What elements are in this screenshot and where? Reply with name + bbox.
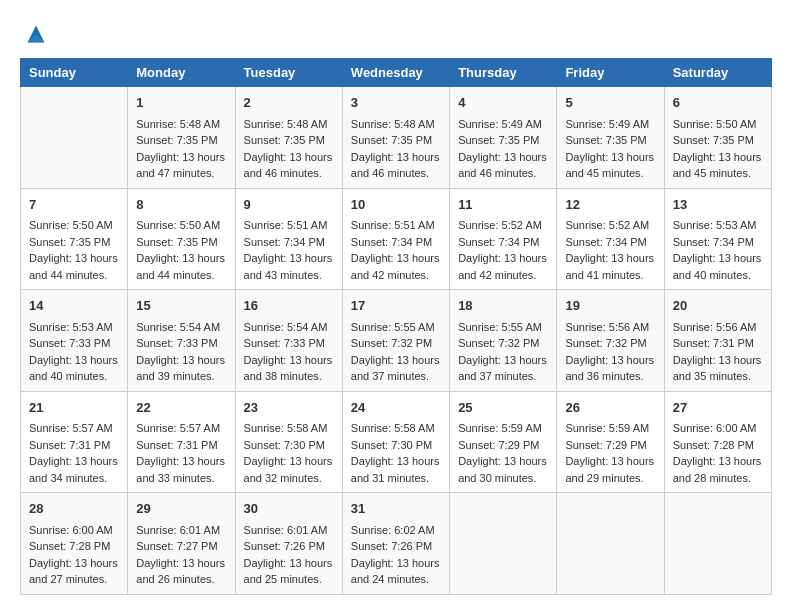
week-row-3: 14Sunrise: 5:53 AM Sunset: 7:33 PM Dayli…	[21, 290, 772, 392]
day-number: 8	[136, 195, 226, 215]
cell-content: Sunrise: 5:52 AM Sunset: 7:34 PM Dayligh…	[565, 217, 655, 283]
day-number: 27	[673, 398, 763, 418]
day-number: 26	[565, 398, 655, 418]
day-number: 15	[136, 296, 226, 316]
calendar-cell: 9Sunrise: 5:51 AM Sunset: 7:34 PM Daylig…	[235, 188, 342, 290]
cell-content: Sunrise: 5:55 AM Sunset: 7:32 PM Dayligh…	[351, 319, 441, 385]
cell-content: Sunrise: 5:48 AM Sunset: 7:35 PM Dayligh…	[136, 116, 226, 182]
cell-content: Sunrise: 6:02 AM Sunset: 7:26 PM Dayligh…	[351, 522, 441, 588]
calendar-cell: 5Sunrise: 5:49 AM Sunset: 7:35 PM Daylig…	[557, 87, 664, 189]
calendar-cell: 1Sunrise: 5:48 AM Sunset: 7:35 PM Daylig…	[128, 87, 235, 189]
cell-content: Sunrise: 5:57 AM Sunset: 7:31 PM Dayligh…	[136, 420, 226, 486]
calendar-cell: 13Sunrise: 5:53 AM Sunset: 7:34 PM Dayli…	[664, 188, 771, 290]
cell-content: Sunrise: 5:59 AM Sunset: 7:29 PM Dayligh…	[565, 420, 655, 486]
logo	[20, 20, 50, 48]
day-number: 24	[351, 398, 441, 418]
cell-content: Sunrise: 5:50 AM Sunset: 7:35 PM Dayligh…	[29, 217, 119, 283]
day-number: 16	[244, 296, 334, 316]
day-number: 6	[673, 93, 763, 113]
col-header-thursday: Thursday	[450, 59, 557, 87]
day-number: 21	[29, 398, 119, 418]
cell-content: Sunrise: 5:50 AM Sunset: 7:35 PM Dayligh…	[136, 217, 226, 283]
calendar-cell: 22Sunrise: 5:57 AM Sunset: 7:31 PM Dayli…	[128, 391, 235, 493]
day-number: 17	[351, 296, 441, 316]
day-number: 11	[458, 195, 548, 215]
calendar-cell: 4Sunrise: 5:49 AM Sunset: 7:35 PM Daylig…	[450, 87, 557, 189]
week-row-2: 7Sunrise: 5:50 AM Sunset: 7:35 PM Daylig…	[21, 188, 772, 290]
day-number: 22	[136, 398, 226, 418]
day-number: 19	[565, 296, 655, 316]
cell-content: Sunrise: 5:56 AM Sunset: 7:32 PM Dayligh…	[565, 319, 655, 385]
calendar-cell: 10Sunrise: 5:51 AM Sunset: 7:34 PM Dayli…	[342, 188, 449, 290]
calendar-cell: 26Sunrise: 5:59 AM Sunset: 7:29 PM Dayli…	[557, 391, 664, 493]
calendar-cell: 23Sunrise: 5:58 AM Sunset: 7:30 PM Dayli…	[235, 391, 342, 493]
calendar-cell: 6Sunrise: 5:50 AM Sunset: 7:35 PM Daylig…	[664, 87, 771, 189]
calendar-cell	[450, 493, 557, 595]
calendar-cell: 3Sunrise: 5:48 AM Sunset: 7:35 PM Daylig…	[342, 87, 449, 189]
cell-content: Sunrise: 5:50 AM Sunset: 7:35 PM Dayligh…	[673, 116, 763, 182]
day-number: 29	[136, 499, 226, 519]
calendar-cell: 30Sunrise: 6:01 AM Sunset: 7:26 PM Dayli…	[235, 493, 342, 595]
cell-content: Sunrise: 5:58 AM Sunset: 7:30 PM Dayligh…	[351, 420, 441, 486]
col-header-saturday: Saturday	[664, 59, 771, 87]
calendar-cell: 11Sunrise: 5:52 AM Sunset: 7:34 PM Dayli…	[450, 188, 557, 290]
cell-content: Sunrise: 5:56 AM Sunset: 7:31 PM Dayligh…	[673, 319, 763, 385]
cell-content: Sunrise: 5:49 AM Sunset: 7:35 PM Dayligh…	[565, 116, 655, 182]
logo-icon	[22, 20, 50, 48]
calendar-cell: 24Sunrise: 5:58 AM Sunset: 7:30 PM Dayli…	[342, 391, 449, 493]
calendar-cell: 19Sunrise: 5:56 AM Sunset: 7:32 PM Dayli…	[557, 290, 664, 392]
calendar-cell: 15Sunrise: 5:54 AM Sunset: 7:33 PM Dayli…	[128, 290, 235, 392]
day-number: 23	[244, 398, 334, 418]
calendar-cell: 8Sunrise: 5:50 AM Sunset: 7:35 PM Daylig…	[128, 188, 235, 290]
cell-content: Sunrise: 5:48 AM Sunset: 7:35 PM Dayligh…	[351, 116, 441, 182]
cell-content: Sunrise: 6:00 AM Sunset: 7:28 PM Dayligh…	[673, 420, 763, 486]
cell-content: Sunrise: 5:55 AM Sunset: 7:32 PM Dayligh…	[458, 319, 548, 385]
day-number: 18	[458, 296, 548, 316]
cell-content: Sunrise: 5:58 AM Sunset: 7:30 PM Dayligh…	[244, 420, 334, 486]
col-header-tuesday: Tuesday	[235, 59, 342, 87]
day-number: 10	[351, 195, 441, 215]
calendar-cell: 17Sunrise: 5:55 AM Sunset: 7:32 PM Dayli…	[342, 290, 449, 392]
header-row: SundayMondayTuesdayWednesdayThursdayFrid…	[21, 59, 772, 87]
cell-content: Sunrise: 5:54 AM Sunset: 7:33 PM Dayligh…	[244, 319, 334, 385]
cell-content: Sunrise: 6:01 AM Sunset: 7:26 PM Dayligh…	[244, 522, 334, 588]
calendar-cell	[21, 87, 128, 189]
day-number: 9	[244, 195, 334, 215]
col-header-friday: Friday	[557, 59, 664, 87]
day-number: 20	[673, 296, 763, 316]
cell-content: Sunrise: 6:01 AM Sunset: 7:27 PM Dayligh…	[136, 522, 226, 588]
calendar-cell	[664, 493, 771, 595]
cell-content: Sunrise: 5:48 AM Sunset: 7:35 PM Dayligh…	[244, 116, 334, 182]
calendar-cell: 31Sunrise: 6:02 AM Sunset: 7:26 PM Dayli…	[342, 493, 449, 595]
col-header-sunday: Sunday	[21, 59, 128, 87]
week-row-4: 21Sunrise: 5:57 AM Sunset: 7:31 PM Dayli…	[21, 391, 772, 493]
day-number: 30	[244, 499, 334, 519]
week-row-1: 1Sunrise: 5:48 AM Sunset: 7:35 PM Daylig…	[21, 87, 772, 189]
calendar-table: SundayMondayTuesdayWednesdayThursdayFrid…	[20, 58, 772, 595]
cell-content: Sunrise: 5:53 AM Sunset: 7:33 PM Dayligh…	[29, 319, 119, 385]
day-number: 14	[29, 296, 119, 316]
calendar-cell: 27Sunrise: 6:00 AM Sunset: 7:28 PM Dayli…	[664, 391, 771, 493]
day-number: 1	[136, 93, 226, 113]
cell-content: Sunrise: 5:51 AM Sunset: 7:34 PM Dayligh…	[244, 217, 334, 283]
day-number: 7	[29, 195, 119, 215]
cell-content: Sunrise: 5:51 AM Sunset: 7:34 PM Dayligh…	[351, 217, 441, 283]
calendar-cell: 12Sunrise: 5:52 AM Sunset: 7:34 PM Dayli…	[557, 188, 664, 290]
week-row-5: 28Sunrise: 6:00 AM Sunset: 7:28 PM Dayli…	[21, 493, 772, 595]
day-number: 31	[351, 499, 441, 519]
col-header-monday: Monday	[128, 59, 235, 87]
day-number: 4	[458, 93, 548, 113]
day-number: 13	[673, 195, 763, 215]
cell-content: Sunrise: 5:49 AM Sunset: 7:35 PM Dayligh…	[458, 116, 548, 182]
calendar-cell: 7Sunrise: 5:50 AM Sunset: 7:35 PM Daylig…	[21, 188, 128, 290]
day-number: 25	[458, 398, 548, 418]
day-number: 12	[565, 195, 655, 215]
day-number: 3	[351, 93, 441, 113]
calendar-cell: 25Sunrise: 5:59 AM Sunset: 7:29 PM Dayli…	[450, 391, 557, 493]
page-header	[20, 20, 772, 48]
calendar-cell: 29Sunrise: 6:01 AM Sunset: 7:27 PM Dayli…	[128, 493, 235, 595]
day-number: 28	[29, 499, 119, 519]
cell-content: Sunrise: 6:00 AM Sunset: 7:28 PM Dayligh…	[29, 522, 119, 588]
col-header-wednesday: Wednesday	[342, 59, 449, 87]
cell-content: Sunrise: 5:54 AM Sunset: 7:33 PM Dayligh…	[136, 319, 226, 385]
